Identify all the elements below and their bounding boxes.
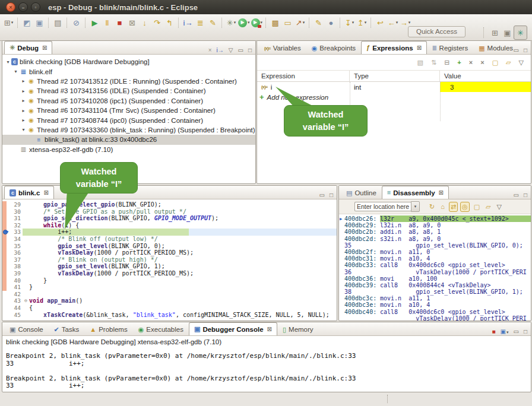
close-tab-icon[interactable]: ⊠	[417, 45, 422, 51]
minimize-icon[interactable]: ▭	[319, 189, 325, 199]
debug-tree-item[interactable]: ▾cblink checking [GDB Hardware Debugging…	[2, 57, 255, 66]
flash-dropdown-icon[interactable]: ▾	[303, 20, 305, 25]
terminate-icon[interactable]: ■	[492, 325, 495, 336]
disassembly-line[interactable]: 400dbc29:l32i.n a8, a9, 0	[339, 222, 531, 229]
expander-icon[interactable]: ▸	[20, 98, 27, 103]
code-line-33[interactable]: 33 i++;→	[2, 229, 337, 236]
disassembly-line[interactable]: 400dbc2b:addi.n a8, a8, 1	[339, 229, 531, 235]
minimize-icon[interactable]: ▭	[514, 44, 519, 55]
skip-all-breakpoints-icon[interactable]: ⊘	[70, 16, 83, 29]
disconnect-icon[interactable]: ⊠	[126, 16, 138, 29]
expression-cell[interactable]: (x)=i	[257, 82, 350, 92]
code-line-35[interactable]: 35 gpio_set_level(BLINK_GPIO, 0);	[2, 243, 337, 250]
save-icon[interactable]: ◩	[21, 16, 33, 29]
debug-tree-item[interactable]: ▾◉Thread #9 1073433360 (blink_task : Run…	[2, 125, 255, 135]
display-selected-console-dropdown-icon[interactable]: ▾	[506, 330, 509, 334]
tab-debug[interactable]: ✳Debug⊠	[4, 41, 52, 54]
step-return-icon[interactable]: ↰	[163, 16, 176, 29]
line-number[interactable]: 40	[7, 277, 23, 284]
track-current-instruction-icon[interactable]: ◎	[460, 202, 470, 212]
debug-tree-item[interactable]: ▸◉Thread #2 1073413512 (IDLE : Running) …	[2, 77, 255, 86]
add-expression-icon[interactable]: +	[456, 59, 462, 66]
close-tab-icon[interactable]: ⊠	[267, 326, 272, 332]
tab-modules[interactable]: ▦Modules	[473, 42, 518, 54]
debug-tree-item[interactable]: ▾▦blink.elf	[2, 66, 255, 76]
line-number[interactable]: 39	[7, 270, 23, 277]
disassembly-line[interactable]: 38 gpio_set_level(BLINK_GPIO, 1);	[339, 288, 531, 295]
expression-row[interactable]: (x)=iint3	[257, 82, 531, 92]
window-minimize-button[interactable]: –	[18, 2, 28, 12]
run-dropdown-icon[interactable]: ▾	[248, 20, 250, 25]
new-view-icon[interactable]: ▢	[472, 202, 482, 212]
instruction-stepping-icon[interactable]: i→	[182, 16, 194, 29]
line-number[interactable]: 31	[7, 215, 23, 222]
collapse-all-icon[interactable]: ⊟	[443, 59, 451, 66]
tab-memory[interactable]: ▯Memory	[277, 323, 319, 335]
line-number[interactable]: 41	[7, 284, 23, 291]
code-line-34[interactable]: 34 /* Blink off (output low) */	[2, 236, 337, 243]
tab-expressions[interactable]: ƒExpressions⊠	[361, 41, 427, 54]
debug-tree-item[interactable]: ▸◉Thread #5 1073410208 (ipc1) (Suspended…	[2, 96, 255, 106]
tab-disassembly[interactable]: ≡Disassembly⊠	[382, 186, 449, 199]
quick-access-button[interactable]: Quick Access	[408, 26, 466, 37]
debug-dropdown-icon[interactable]: ▾	[234, 20, 236, 25]
step-over-icon[interactable]: ↷	[151, 16, 163, 29]
code-line-40[interactable]: 40 }	[2, 277, 337, 284]
next-annotation-icon[interactable]: ↧▾	[343, 16, 356, 29]
line-number[interactable]: 38	[7, 263, 23, 270]
column-header-value[interactable]: Value	[440, 71, 530, 81]
location-dropdown-icon[interactable]: ▼	[411, 201, 420, 212]
terminate-icon[interactable]: ■	[113, 16, 126, 29]
refresh-icon[interactable]: ↻	[428, 202, 436, 212]
line-number[interactable]: 29	[7, 201, 23, 208]
column-header-expression[interactable]: Expression	[257, 71, 350, 81]
view-menu-icon[interactable]: ▽	[495, 202, 504, 212]
tab-tasks[interactable]: ✔Tasks	[49, 323, 85, 335]
maximize-icon[interactable]: □	[248, 44, 252, 55]
expander-icon[interactable]: ▸	[20, 108, 27, 113]
maximize-icon[interactable]: □	[524, 325, 527, 336]
disassembly-line[interactable]: 400dbc31:movi.n a10, 4	[339, 255, 531, 262]
debug-tree-item[interactable]: ≡blink_task() at blink.c:33 0x400dbc26	[2, 135, 255, 144]
external-tools-dropdown-icon[interactable]: ▾	[261, 20, 263, 25]
code-line-32[interactable]: 32 while(1) {	[2, 222, 337, 229]
code-line-44[interactable]: 44{	[2, 304, 337, 312]
sync-active-context-icon[interactable]: ⇄	[449, 202, 458, 212]
disassembly-line[interactable]: 400dbc40:call8 0x400dc6c0 <gpio_set_leve…	[339, 309, 531, 315]
display-selected-console-icon[interactable]: ▣▾	[501, 325, 509, 336]
line-number[interactable]: 42	[7, 291, 23, 298]
instruction-stepping-icon[interactable]: i→	[217, 44, 224, 55]
line-number[interactable]: 32	[7, 222, 23, 229]
line-number[interactable]: 45	[7, 312, 23, 319]
disassembly-line[interactable]: 400dbc2f:movi.n a11, 0	[339, 249, 531, 255]
flash-icon[interactable]: ↗▾	[294, 16, 306, 29]
line-number[interactable]: 37	[7, 256, 23, 264]
show-type-names-icon[interactable]: ▧	[416, 59, 425, 66]
show-logical-structure-icon[interactable]: ⇅	[430, 59, 438, 66]
line-number[interactable]: 34	[7, 236, 23, 243]
tab-breakpoints[interactable]: ◉Breakpoints	[306, 42, 361, 54]
code-line-41[interactable]: 41}	[2, 284, 337, 291]
close-tab-icon[interactable]: ⊠	[439, 189, 444, 196]
value-cell[interactable]: 3	[440, 82, 531, 92]
expander-icon[interactable]: ▾	[20, 127, 27, 132]
open-perspective-icon[interactable]: ⊞	[489, 26, 501, 39]
new-wizard-icon[interactable]: ⊞▾	[2, 16, 15, 29]
minimize-icon[interactable]: ▭	[238, 44, 243, 55]
line-number[interactable]: 35	[7, 243, 23, 250]
code-line-31[interactable]: 31 gpio_set_direction(BLINK_GPIO, GPIO_M…	[2, 215, 337, 222]
use-step-filters-icon[interactable]: ✎	[207, 16, 219, 29]
code-line-29[interactable]: 29 gpio_pad_select_gpio(BLINK_GPIO);	[2, 201, 337, 208]
next-annotation-dropdown-icon[interactable]: ▾	[352, 20, 354, 25]
format-icon[interactable]: ✎	[312, 16, 325, 29]
save-all-icon[interactable]: ▣	[33, 16, 46, 29]
debug-tree-item[interactable]: ▸◉Thread #7 1073408744 (ipc0) (Suspended…	[2, 115, 255, 125]
code-line-37[interactable]: 37 /* Blink on (output high) */	[2, 256, 337, 264]
edit-expression-icon[interactable]: ▱	[505, 59, 512, 66]
tab-console[interactable]: ▣Console	[4, 323, 49, 335]
tab-problems[interactable]: ▲Problems	[84, 323, 132, 335]
add-expression-row[interactable]: +Add new expression	[257, 92, 531, 102]
remove-all-terminated-icon[interactable]: ×	[208, 44, 212, 55]
sphere-icon[interactable]: ●	[325, 16, 337, 29]
code-line-39[interactable]: 39 vTaskDelay(1000 / portTICK_PERIOD_MS)…	[2, 270, 337, 277]
